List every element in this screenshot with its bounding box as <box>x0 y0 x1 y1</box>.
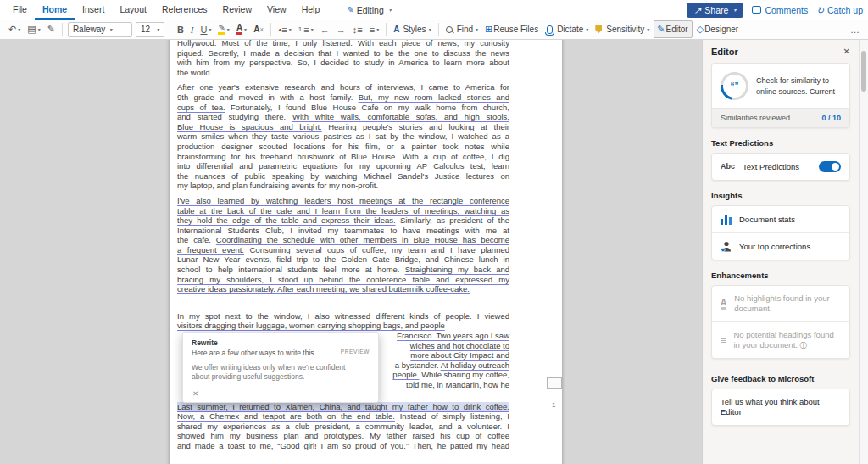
text-line: the nuances of public speaking by watchi… <box>177 171 509 182</box>
divider <box>270 23 271 36</box>
reuse-files-button[interactable]: ⊞Reuse Files <box>482 21 542 37</box>
dismiss-icon[interactable]: ✕ <box>192 389 198 398</box>
text-line: shared my experiences as a club presiden… <box>177 422 509 432</box>
scrollbar-thumb[interactable] <box>861 51 866 92</box>
bullets-button[interactable]: •≡▾ <box>275 21 293 37</box>
editor-panel-header: Editor ✕ <box>711 40 850 63</box>
top-corrections-row[interactable]: Your top corrections <box>712 232 849 260</box>
microphone-icon <box>547 25 553 34</box>
chevron-down-icon: ▾ <box>376 26 379 32</box>
suggestion-text: a frequent event. <box>177 245 244 254</box>
increase-indent-button[interactable]: → <box>334 21 348 37</box>
menu-review[interactable]: Review <box>215 0 259 20</box>
body-text: into differential and parametric equatio… <box>177 161 509 171</box>
designer-icon: ◇ <box>697 24 704 35</box>
paragraph[interactable]: I've also learned by watching leaders ho… <box>177 196 509 294</box>
text-line: showed him my business plan and prototyp… <box>177 431 509 441</box>
menu-bar: File Home Insert Layout References Revie… <box>0 0 868 20</box>
info-icon[interactable]: ⓘ <box>800 341 808 349</box>
suggestion-text: table at the back of the cafe and I lear… <box>177 206 509 215</box>
paragraph[interactable]: Last summer, I returned to Xiamen, China… <box>177 402 509 451</box>
find-button[interactable]: Find▾ <box>443 21 481 37</box>
more-options-icon[interactable]: ··· <box>212 389 220 398</box>
decrease-indent-button[interactable]: ← <box>318 21 332 37</box>
menu-home[interactable]: Home <box>35 0 75 20</box>
body-text: with him from my perspective. So, I deci… <box>177 58 509 67</box>
no-headings-text: No potential headings found in your docu… <box>733 330 833 349</box>
spacing-lines-icon: ≡ <box>357 25 362 35</box>
divider <box>62 23 63 36</box>
enhancements-header: Enhancements <box>711 271 850 280</box>
font-color-button[interactable]: A▾ <box>234 21 249 37</box>
comment-marker[interactable] <box>547 377 562 389</box>
undo-button[interactable]: ↶▾ <box>6 21 23 37</box>
chevron-down-icon: ▾ <box>733 7 736 13</box>
preview-badge: PREVIEW <box>341 349 370 355</box>
italic-icon: I <box>191 25 194 35</box>
chevron-down-icon: ▾ <box>647 26 649 32</box>
menu-help[interactable]: Help <box>294 0 328 20</box>
highlights-row: A No highlights found in your document. <box>712 286 849 321</box>
text-line: with him from my perspective. So, I deci… <box>177 58 509 68</box>
align-icon: ≡ <box>370 25 375 35</box>
text-line: piqued. Secretly, I made a decision that… <box>177 48 509 59</box>
menu-tabs: File Home Insert Layout References Revie… <box>5 0 398 20</box>
paragraph[interactable]: Hollywood. Most of the time, I only list… <box>177 40 509 77</box>
menu-references[interactable]: References <box>154 0 215 20</box>
font-name-select[interactable]: Raleway▾ <box>68 22 132 37</box>
ribbon-overflow-button[interactable]: … <box>848 21 862 37</box>
document-stats-row[interactable]: Document stats <box>712 206 849 232</box>
body-text: Consuming several cups of coffee, my tea… <box>244 245 509 254</box>
text-line: my laptop, and plan fundraising events f… <box>177 181 509 191</box>
styles-button[interactable]: AStyles▾ <box>391 21 433 37</box>
suggestion-text: bracing my shoulders, I stood up behind … <box>177 275 509 284</box>
designer-button[interactable]: ◇Designer <box>694 21 743 37</box>
body-text: International Students Club, I invited m… <box>177 226 509 235</box>
editor-panel-title: Editor <box>711 47 738 57</box>
comments-button[interactable]: Comments <box>752 5 808 15</box>
text-line: International Students Club, I invited m… <box>177 226 509 236</box>
suggestion-text: more about City Impact and <box>410 350 509 360</box>
suggestion-text: people. <box>392 370 419 379</box>
text-predictions-toggle[interactable] <box>819 161 841 172</box>
alignment-button[interactable]: ≡▾ <box>367 21 381 37</box>
body-text: shared my experiences as a club presiden… <box>177 422 509 431</box>
menu-insert[interactable]: Insert <box>75 0 112 20</box>
body-text: Instead of simply listening, I <box>395 411 509 421</box>
close-icon[interactable]: ✕ <box>843 47 850 56</box>
vertical-scrollbar[interactable] <box>859 40 868 464</box>
suggestion-text: Now, a Chemex and teapot are both on the… <box>177 411 395 421</box>
clear-formatting-button[interactable]: A✕ <box>251 21 266 37</box>
similarity-text: Check for similarity to online sources. … <box>756 75 841 97</box>
menu-file[interactable]: File <box>5 0 35 20</box>
bold-button[interactable]: B <box>175 21 186 37</box>
person-icon <box>721 241 732 252</box>
sensitivity-label: Sensitivity <box>606 25 644 34</box>
text-line: Lunar New Year events, field trip to the… <box>177 254 509 265</box>
dictate-button[interactable]: Dictate▾ <box>543 21 591 37</box>
share-button[interactable]: ↗ Share ▾ <box>687 3 744 18</box>
similarities-reviewed-value: 0 / 10 <box>821 114 841 122</box>
paste-button[interactable]: ▤▾ <box>25 21 42 37</box>
body-text: the world. <box>177 68 212 77</box>
menu-layout[interactable]: Layout <box>112 0 154 20</box>
comment-icon <box>752 6 761 14</box>
sensitivity-button[interactable]: Sensitivity▾ <box>593 21 652 37</box>
body-text: While sharing my coffee, <box>420 370 509 379</box>
format-painter-button[interactable]: ✎ <box>45 21 58 37</box>
highlight-color-button[interactable]: ✎▾ <box>215 21 231 37</box>
editor-button[interactable]: ✎Editor <box>654 20 692 38</box>
feedback-row[interactable]: Tell us what you think about Editor <box>712 389 849 425</box>
line-spacing-button[interactable]: ↕≡ <box>350 21 365 37</box>
italic-button[interactable]: I <box>188 21 197 37</box>
paragraph[interactable]: After one year's extensive research and … <box>177 82 509 191</box>
editing-mode-dropdown[interactable]: ✎ Editing ▾ <box>339 5 398 15</box>
underline-button[interactable]: U▾ <box>198 21 214 37</box>
numbering-button[interactable]: 1.≡▾ <box>296 21 316 37</box>
clear-x-icon: ✕ <box>259 26 264 32</box>
font-size-select[interactable]: 12▾ <box>136 22 164 37</box>
similarities-reviewed-row: Similarities reviewed 0 / 10 <box>712 108 849 127</box>
similarity-card[interactable]: “” Check for similarity to online source… <box>711 63 850 128</box>
catch-up-button[interactable]: ↻ Catch up <box>816 5 863 15</box>
menu-view[interactable]: View <box>259 0 294 20</box>
